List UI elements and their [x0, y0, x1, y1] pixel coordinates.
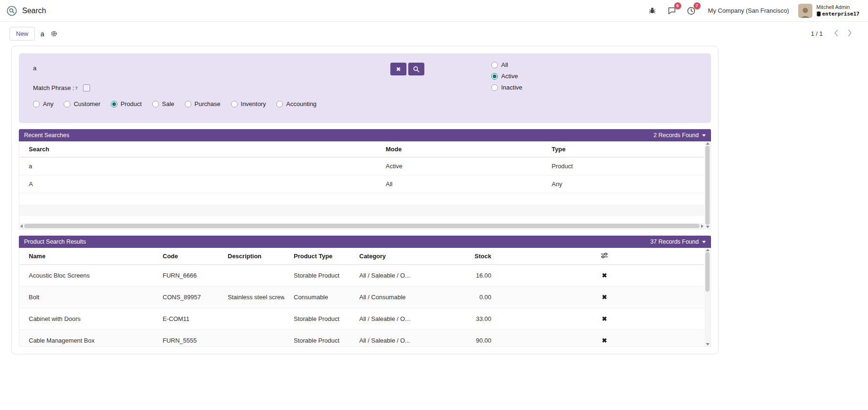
- table-row[interactable]: Cable Management Box FURN_5555 Storable …: [19, 330, 705, 347]
- recent-searches-title: Recent Searches: [24, 132, 69, 139]
- cell-description[interactable]: [218, 308, 284, 330]
- pager-next-button[interactable]: [843, 28, 857, 39]
- cell-product-type[interactable]: Consumable: [284, 287, 350, 308]
- radio-circle: [276, 101, 283, 107]
- column-header-type[interactable]: Type: [542, 141, 705, 157]
- search-app-icon[interactable]: [7, 6, 17, 16]
- cell-type[interactable]: Product: [542, 157, 705, 175]
- column-header-description[interactable]: Description: [218, 248, 284, 265]
- column-header-mode[interactable]: Mode: [376, 141, 542, 157]
- column-header-code[interactable]: Code: [153, 248, 218, 265]
- cell-description[interactable]: [218, 265, 284, 287]
- recent-records-dropdown[interactable]: 2 Records Found: [653, 132, 706, 139]
- radio-inventory[interactable]: Inventory: [231, 100, 266, 107]
- new-button[interactable]: New: [9, 27, 35, 41]
- clear-x-icon: ✖: [396, 66, 401, 73]
- column-header-product-type[interactable]: Product Type: [284, 248, 350, 265]
- cell-search[interactable]: A: [19, 175, 376, 193]
- pager-previous-button[interactable]: [829, 28, 843, 39]
- cell-stock[interactable]: 33.00: [444, 308, 496, 330]
- cell-stock[interactable]: 0.00: [444, 287, 496, 308]
- messages-icon[interactable]: 6: [667, 6, 677, 16]
- scrollbar-thumb[interactable]: [705, 146, 710, 225]
- clear-search-button[interactable]: ✖: [390, 63, 406, 75]
- radio-customer[interactable]: Customer: [64, 100, 100, 107]
- radio-accounting[interactable]: Accounting: [276, 100, 316, 107]
- cell-stock[interactable]: 16.00: [444, 265, 496, 287]
- radio-any[interactable]: Any: [33, 100, 53, 107]
- company-switcher[interactable]: My Company (San Francisco): [708, 7, 789, 14]
- cell-description[interactable]: [218, 330, 284, 347]
- search-query-input[interactable]: [33, 63, 325, 74]
- cell-category[interactable]: All / Saleable / O...: [350, 308, 444, 330]
- radio-purchase[interactable]: Purchase: [185, 100, 221, 107]
- scroll-up-arrow-icon[interactable]: [706, 142, 710, 145]
- remove-result-button[interactable]: ✖: [599, 315, 610, 323]
- radio-all[interactable]: All: [491, 61, 522, 68]
- cell-code[interactable]: FURN_6666: [153, 265, 218, 287]
- cell-search[interactable]: a: [19, 157, 376, 175]
- search-button[interactable]: [408, 63, 424, 75]
- table-row[interactable]: Bolt CONS_89957 Stainless steel screw Co…: [19, 287, 705, 308]
- cell-product-type[interactable]: Storable Product: [284, 265, 350, 287]
- scroll-down-arrow-icon[interactable]: [706, 343, 710, 345]
- cell-name[interactable]: Cable Management Box: [19, 330, 153, 347]
- breadcrumb[interactable]: a: [41, 30, 44, 38]
- match-phrase-row: Match Phrase : ?: [33, 84, 90, 91]
- recent-horizontal-scrollbar[interactable]: [19, 223, 704, 229]
- column-header-category[interactable]: Category: [350, 248, 444, 265]
- match-phrase-checkbox[interactable]: [83, 84, 90, 91]
- radio-active[interactable]: Active: [491, 73, 522, 80]
- cell-name[interactable]: Bolt: [19, 287, 153, 308]
- remove-result-button[interactable]: ✖: [599, 293, 610, 301]
- radio-product[interactable]: Product: [111, 100, 142, 107]
- user-avatar[interactable]: [798, 4, 812, 18]
- scroll-down-arrow-icon[interactable]: [706, 226, 710, 228]
- cell-category[interactable]: All / Consumable: [350, 287, 444, 308]
- magnifier-circle-icon: [7, 4, 17, 17]
- cell-type[interactable]: Any: [542, 175, 705, 193]
- radio-sale[interactable]: Sale: [152, 100, 174, 107]
- scroll-up-arrow-icon[interactable]: [706, 249, 710, 251]
- product-results-table: Name Code Description Product Type Categ…: [19, 248, 705, 347]
- activities-badge: 7: [694, 2, 701, 9]
- cell-code[interactable]: E-COM11: [153, 308, 218, 330]
- remove-result-button[interactable]: ✖: [599, 271, 610, 279]
- cell-mode[interactable]: All: [376, 175, 542, 193]
- database-label: enterprise17: [817, 11, 860, 17]
- cell-category[interactable]: All / Saleable / O...: [350, 330, 444, 347]
- cell-code[interactable]: CONS_89957: [153, 287, 218, 308]
- messages-badge: 6: [674, 2, 681, 9]
- scroll-right-arrow-icon[interactable]: [701, 224, 703, 228]
- recent-vertical-scrollbar[interactable]: [704, 141, 711, 229]
- scrollbar-thumb[interactable]: [24, 224, 700, 228]
- remove-result-button[interactable]: ✖: [599, 336, 610, 344]
- activities-clock-icon[interactable]: 7: [686, 6, 696, 16]
- cell-stock[interactable]: 90.00: [444, 330, 496, 347]
- table-row[interactable]: A All Any: [19, 175, 705, 193]
- debug-bug-icon[interactable]: [647, 6, 658, 16]
- cell-description[interactable]: Stainless steel screw: [218, 287, 284, 308]
- cell-code[interactable]: FURN_5555: [153, 330, 218, 347]
- cell-name[interactable]: Cabinet with Doors: [19, 308, 153, 330]
- cell-name[interactable]: Acoustic Bloc Screens: [19, 265, 153, 287]
- product-records-dropdown[interactable]: 37 Records Found: [650, 238, 706, 245]
- gear-icon[interactable]: [50, 30, 58, 38]
- column-header-stock[interactable]: Stock: [444, 248, 496, 265]
- radio-inactive[interactable]: Inactive: [491, 84, 522, 91]
- cell-category[interactable]: All / Saleable / O...: [350, 265, 444, 287]
- cell-product-type[interactable]: Storable Product: [284, 330, 350, 347]
- optional-columns-icon[interactable]: [601, 253, 608, 260]
- table-row[interactable]: a Active Product: [19, 157, 705, 175]
- scrollbar-thumb[interactable]: [705, 252, 710, 292]
- cell-product-type[interactable]: Storable Product: [284, 308, 350, 330]
- scroll-left-arrow-icon[interactable]: [20, 224, 23, 228]
- search-card: ✖ All Active: [11, 46, 719, 354]
- user-menu[interactable]: Mitchell Admin enterprise17: [817, 4, 860, 17]
- column-header-name[interactable]: Name: [19, 248, 153, 265]
- cell-mode[interactable]: Active: [376, 157, 542, 175]
- column-header-search[interactable]: Search: [19, 141, 376, 157]
- table-row[interactable]: Acoustic Bloc Screens FURN_6666 Storable…: [19, 265, 705, 287]
- product-vertical-scrollbar[interactable]: [704, 248, 711, 346]
- table-row[interactable]: Cabinet with Doors E-COM11 Storable Prod…: [19, 308, 705, 330]
